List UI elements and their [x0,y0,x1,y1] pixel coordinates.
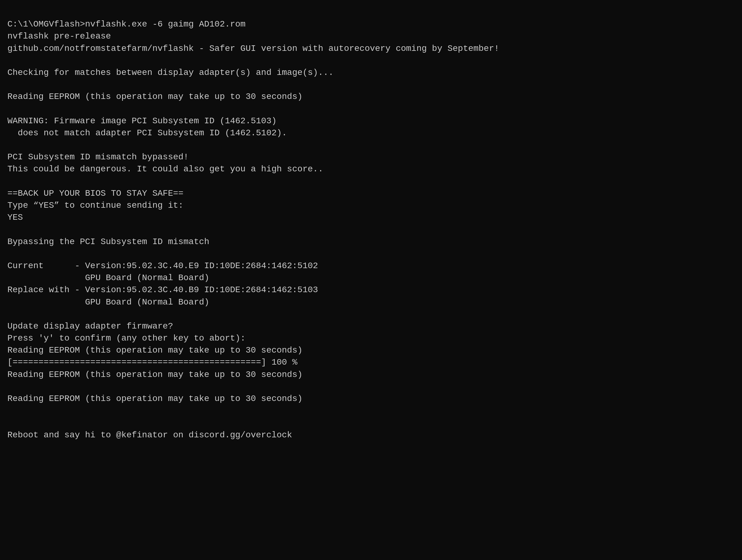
empty-line [7,175,735,187]
update-q: Update display adapter firmware? [7,320,735,332]
current2: GPU Board (Normal Board) [7,272,735,284]
mismatch-bypass: PCI Subsystem ID mismatch bypassed! [7,151,735,163]
warning1: WARNING: Firmware image PCI Subsystem ID… [7,115,735,127]
github-line: github.com/notfromstatefarm/nvflashk - S… [7,43,735,55]
reboot: Reboot and say hi to @kefinator on disco… [7,429,735,441]
empty-line [7,380,735,393]
terminal-output: C:\1\OMGVflash>nvflashk.exe -6 gaimg AD1… [7,6,735,441]
warning2: does not match adapter PCI Subsystem ID … [7,127,735,139]
type-yes: Type “YES” to continue sending it: [7,199,735,211]
empty-line [7,308,735,320]
empty-line [7,103,735,115]
empty-line [7,223,735,236]
replace2: GPU Board (Normal Board) [7,296,735,308]
empty-line [7,405,735,417]
empty-line [7,139,735,151]
pre-release: nvflashk pre-release [7,30,735,42]
reading1: Reading EEPROM (this operation may take … [7,91,735,103]
press-y: Press 'y' to confirm (any other key to a… [7,332,735,344]
bypassing: Bypassing the PCI Subsystem ID mismatch [7,236,735,248]
empty-line [7,79,735,91]
reading3: Reading EEPROM (this operation may take … [7,369,735,380]
checking-line: Checking for matches between display ada… [7,66,735,79]
dangerous: This could be dangerous. It could also g… [7,163,735,175]
cmd-line: C:\1\OMGVflash>nvflashk.exe -6 gaimg AD1… [7,18,735,30]
yes: YES [7,211,735,223]
empty-line [7,55,735,66]
backup: ==BACK UP YOUR BIOS TO STAY SAFE== [7,187,735,199]
replace1: Replace with - Version:95.02.3C.40.B9 ID… [7,284,735,296]
empty-line [7,417,735,429]
reading2: Reading EEPROM (this operation may take … [7,344,735,356]
reading4: Reading EEPROM (this operation may take … [7,393,735,405]
empty-line [7,248,735,260]
current1: Current - Version:95.02.3C.40.E9 ID:10DE… [7,260,735,272]
progress: [=======================================… [7,356,735,368]
